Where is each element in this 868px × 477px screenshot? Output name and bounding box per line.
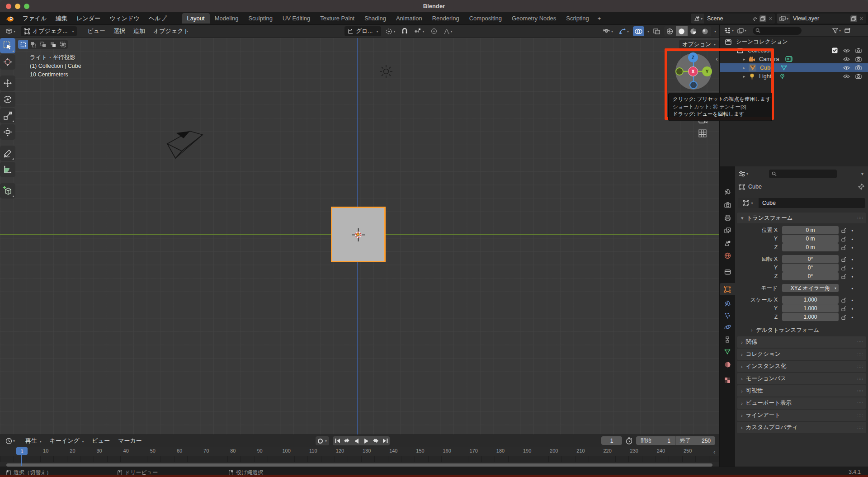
menu-render[interactable]: レンダー xyxy=(72,13,105,24)
pin-icon[interactable] xyxy=(858,184,864,190)
animate-dot-icon[interactable]: ● xyxy=(849,229,856,232)
tab-rendering[interactable]: Rendering xyxy=(427,13,464,24)
playhead-line[interactable] xyxy=(21,455,22,466)
menu-add[interactable]: 追加 xyxy=(129,26,149,37)
drag-handle-icon[interactable]: ∷∷ xyxy=(858,216,863,220)
rotation-x-input[interactable]: 0° xyxy=(782,255,839,263)
tool-scale[interactable] xyxy=(0,108,15,123)
menu-view[interactable]: ビュー xyxy=(83,26,109,37)
lock-icon[interactable] xyxy=(839,228,849,233)
current-frame-input[interactable]: 1 xyxy=(601,436,622,445)
animate-dot-icon[interactable]: ● xyxy=(849,316,856,319)
timeline-editor-type-button[interactable]: ▾ xyxy=(4,436,17,446)
lock-icon[interactable] xyxy=(839,306,849,311)
animate-dot-icon[interactable]: ● xyxy=(849,237,856,241)
snap-toggle-button[interactable] xyxy=(400,26,410,36)
properties-editor-type-button[interactable]: ▾ xyxy=(737,169,750,179)
tab-particles[interactable] xyxy=(720,309,735,321)
tab-uv-editing[interactable]: UV Editing xyxy=(278,13,315,24)
shading-rendered-button[interactable] xyxy=(699,26,711,36)
shading-solid-button[interactable] xyxy=(676,26,688,36)
menu-object[interactable]: オブジェクト xyxy=(149,26,193,37)
drag-handle-icon[interactable]: ∷∷ xyxy=(858,364,863,369)
tab-world[interactable] xyxy=(720,250,735,262)
tab-view-layer[interactable] xyxy=(720,224,735,236)
viewlayer-name[interactable]: ViewLayer xyxy=(790,15,850,22)
drag-handle-icon[interactable]: ∷∷ xyxy=(858,377,863,381)
lock-icon[interactable] xyxy=(839,315,849,320)
render-camera-icon[interactable] xyxy=(855,74,862,79)
checkbox-icon[interactable] xyxy=(832,47,838,53)
tool-move[interactable] xyxy=(0,76,15,91)
object-name-input[interactable]: Cube xyxy=(759,198,865,208)
select-mode-subtract-button[interactable] xyxy=(38,40,48,49)
location-y-input[interactable]: 0 m xyxy=(782,235,839,243)
menu-help[interactable]: ヘルプ xyxy=(144,13,171,24)
scene-icon[interactable]: ▾ xyxy=(691,14,704,24)
tab-geometry-nodes[interactable]: Geometry Nodes xyxy=(507,13,561,24)
panel-viewport-display[interactable]: › ビューポート表示 ∷∷ xyxy=(737,397,866,409)
snap-target-button[interactable]: ▾ xyxy=(412,26,426,36)
tab-texture-paint[interactable]: Texture Paint xyxy=(315,13,359,24)
animate-dot-icon[interactable]: ● xyxy=(849,258,856,261)
tab-modeling[interactable]: Modeling xyxy=(210,13,244,24)
frame-end-input[interactable]: 終了 250 xyxy=(675,436,715,445)
tab-collection-props[interactable] xyxy=(720,266,735,278)
scene-name[interactable]: Scene xyxy=(704,15,752,22)
render-camera-icon[interactable] xyxy=(855,57,862,61)
menu-edit[interactable]: 編集 xyxy=(51,13,72,24)
object-id-dropdown[interactable]: ▾ xyxy=(738,198,759,208)
eye-icon[interactable] xyxy=(843,48,850,53)
tab-scripting[interactable]: Scripting xyxy=(561,13,594,24)
select-mode-invert-button[interactable] xyxy=(48,40,58,49)
location-x-input[interactable]: 0 m xyxy=(782,226,839,234)
panel-visibility[interactable]: › 可視性 ∷∷ xyxy=(737,385,866,397)
tab-shading[interactable]: Shading xyxy=(359,13,391,24)
viewport-3d[interactable]: オプション ▾ xyxy=(0,38,719,434)
animate-dot-icon[interactable]: ● xyxy=(849,298,856,302)
viewlayer-selector[interactable]: ▾ ViewLayer ✕ xyxy=(777,14,866,24)
properties-search-input[interactable] xyxy=(769,170,837,178)
tab-sculpting[interactable]: Sculpting xyxy=(243,13,277,24)
tool-cursor[interactable] xyxy=(0,54,15,70)
play-button[interactable] xyxy=(361,436,371,445)
scene-collection-row[interactable]: シーンコレクション xyxy=(720,38,868,46)
scale-z-input[interactable]: 1.000 xyxy=(782,313,839,321)
tab-output[interactable] xyxy=(720,212,735,224)
outliner-search-input[interactable] xyxy=(753,27,802,35)
rotation-y-input[interactable]: 0° xyxy=(782,264,839,272)
lock-icon[interactable] xyxy=(839,236,849,241)
drag-handle-icon[interactable]: ∷∷ xyxy=(858,401,863,406)
menu-playback[interactable]: 再生 ▾ xyxy=(21,435,46,446)
transform-orientation-selector[interactable]: グロ... ▾ xyxy=(344,26,381,36)
new-scene-icon[interactable] xyxy=(760,15,766,22)
blender-logo-icon[interactable] xyxy=(5,15,14,22)
timeline-ruler[interactable]: 1102030405060708090100110120130140150160… xyxy=(0,447,719,456)
xray-toggle-button[interactable] xyxy=(651,26,662,36)
tool-measure[interactable] xyxy=(0,162,15,177)
drag-handle-icon[interactable]: ∷∷ xyxy=(858,389,863,393)
select-mode-new-button[interactable] xyxy=(18,40,28,49)
jump-to-start-button[interactable] xyxy=(333,436,342,445)
filter-dropdown-icon[interactable]: ▾ xyxy=(861,171,863,176)
tool-transform[interactable] xyxy=(0,124,15,140)
pivot-point-button[interactable]: ▾ xyxy=(384,26,397,36)
shading-material-button[interactable] xyxy=(688,26,699,36)
options-button[interactable]: オプション ▾ xyxy=(679,40,719,49)
tool-select-box[interactable] xyxy=(0,38,15,53)
tab-object[interactable] xyxy=(720,283,735,295)
animate-dot-icon[interactable]: ● xyxy=(849,266,856,269)
tab-object-data[interactable] xyxy=(720,345,735,358)
region-collapse-icon[interactable]: ‹ xyxy=(713,449,715,455)
grid-ortho-icon[interactable] xyxy=(698,129,707,137)
rotation-mode-select[interactable]: XYZ オイラー角 ▾ xyxy=(782,284,839,292)
drag-handle-icon[interactable]: ∷∷ xyxy=(858,352,863,357)
eye-icon[interactable] xyxy=(843,57,850,61)
proportional-editing-button[interactable] xyxy=(429,26,439,36)
tool-rotate[interactable] xyxy=(0,92,15,107)
play-reverse-button[interactable] xyxy=(352,436,361,445)
scale-y-input[interactable]: 1.000 xyxy=(782,304,839,312)
tab-physics[interactable] xyxy=(720,321,735,333)
overlays-toggle-button[interactable] xyxy=(633,26,644,36)
light-object[interactable] xyxy=(379,64,393,79)
